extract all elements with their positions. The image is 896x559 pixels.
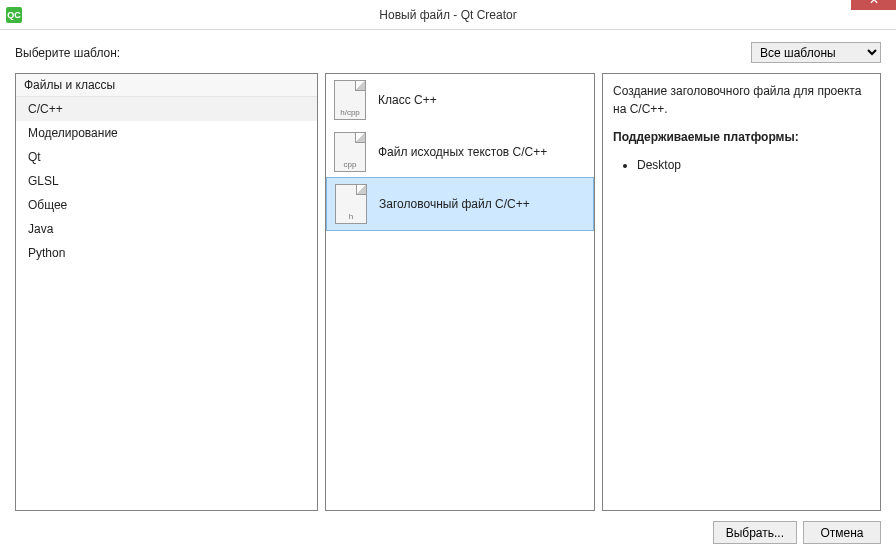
close-icon: ✕ xyxy=(869,0,879,7)
description: Создание заголовочного файла для проекта… xyxy=(613,82,870,174)
cancel-button[interactable]: Отмена xyxy=(803,521,881,544)
category-item[interactable]: Общее xyxy=(16,193,317,217)
template-filter-select[interactable]: Все шаблоны xyxy=(751,42,881,63)
category-item[interactable]: Qt xyxy=(16,145,317,169)
panels: Файлы и классы C/C++МоделированиеQtGLSLО… xyxy=(15,73,881,511)
top-row: Выберите шаблон: Все шаблоны xyxy=(15,42,881,63)
choose-template-label: Выберите шаблон: xyxy=(15,46,120,60)
dialog-content: Выберите шаблон: Все шаблоны Файлы и кла… xyxy=(0,30,896,559)
category-list: C/C++МоделированиеQtGLSLОбщееJavaPython xyxy=(16,97,317,265)
template-item[interactable]: h/cppКласс C++ xyxy=(326,74,594,126)
template-panel: h/cppКласс C++cppФайл исходных текстов C… xyxy=(325,73,595,511)
platform-list: Desktop xyxy=(637,156,870,174)
file-icon: cpp xyxy=(334,132,366,172)
category-item[interactable]: C/C++ xyxy=(16,97,317,121)
category-item[interactable]: Python xyxy=(16,241,317,265)
template-list: h/cppКласс C++cppФайл исходных текстов C… xyxy=(326,74,594,231)
app-icon: QC xyxy=(6,7,22,23)
category-header: Файлы и классы xyxy=(16,74,317,97)
template-label: Файл исходных текстов C/C++ xyxy=(378,145,547,159)
description-panel: Создание заголовочного файла для проекта… xyxy=(602,73,881,511)
platforms-label: Поддерживаемые платформы: xyxy=(613,130,799,144)
template-item[interactable]: cppФайл исходных текстов C/C++ xyxy=(326,126,594,178)
platform-item: Desktop xyxy=(637,156,870,174)
footer: Выбрать... Отмена xyxy=(15,521,881,544)
choose-button[interactable]: Выбрать... xyxy=(713,521,797,544)
template-label: Заголовочный файл C/C++ xyxy=(379,197,530,211)
template-label: Класс C++ xyxy=(378,93,437,107)
file-icon: h xyxy=(335,184,367,224)
close-button[interactable]: ✕ xyxy=(851,0,896,10)
template-item[interactable]: hЗаголовочный файл C/C++ xyxy=(326,177,594,231)
category-panel: Файлы и классы C/C++МоделированиеQtGLSLО… xyxy=(15,73,318,511)
description-text: Создание заголовочного файла для проекта… xyxy=(613,82,870,118)
titlebar: QC Новый файл - Qt Creator ✕ xyxy=(0,0,896,30)
category-item[interactable]: Java xyxy=(16,217,317,241)
category-item[interactable]: GLSL xyxy=(16,169,317,193)
window-title: Новый файл - Qt Creator xyxy=(0,8,896,22)
file-icon: h/cpp xyxy=(334,80,366,120)
category-item[interactable]: Моделирование xyxy=(16,121,317,145)
